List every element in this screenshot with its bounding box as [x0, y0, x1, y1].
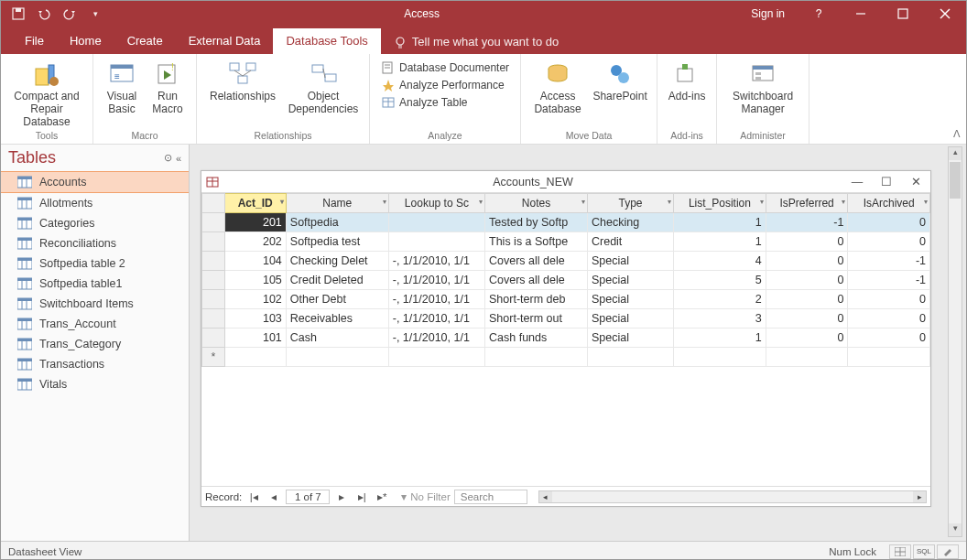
nav-item-reconciliations[interactable]: Reconciliations [1, 233, 189, 253]
svg-rect-3 [898, 9, 907, 18]
nav-item-vitals[interactable]: Vitals [1, 374, 189, 394]
tab-file[interactable]: File [12, 28, 57, 54]
nav-header[interactable]: Tables [8, 148, 56, 167]
nav-dropdown-icon[interactable]: ⊙ [164, 152, 172, 164]
redo-icon[interactable] [60, 4, 80, 24]
svg-rect-37 [682, 64, 688, 70]
collapse-ribbon-icon[interactable]: ᐱ [953, 128, 961, 140]
tab-database-tools[interactable]: Database Tools [273, 28, 380, 54]
sql-view-icon[interactable]: SQL [913, 544, 935, 559]
svg-line-21 [234, 70, 243, 76]
database-documenter-button[interactable]: Database Documenter [377, 59, 513, 76]
visual-basic-button[interactable]: ≡ Visual Basic [101, 58, 143, 116]
column-notes[interactable]: Notes▾ [485, 194, 588, 213]
subwin-close-icon[interactable]: ✕ [901, 175, 930, 188]
help-icon[interactable]: ? [798, 1, 840, 27]
svg-rect-39 [753, 66, 773, 70]
minimize-icon[interactable] [840, 1, 882, 27]
nav-prev-icon[interactable]: ◂ [266, 490, 282, 503]
nav-item-switchboard-items[interactable]: Switchboard Items [1, 294, 189, 314]
table-row[interactable]: 104Checking Delet-, 1/1/2010, 1/1Covers … [202, 252, 930, 271]
analyze-table-button[interactable]: Analyze Table [377, 94, 513, 111]
tab-external-data[interactable]: External Data [176, 28, 274, 54]
table-row[interactable]: 201SoftpediaTested by SoftpChecking1-10 [202, 213, 930, 232]
run-macro-button[interactable]: ! Run Macro [147, 58, 189, 116]
analyze-performance-button[interactable]: Analyze Performance [377, 77, 513, 93]
column-name[interactable]: Name▾ [286, 194, 388, 213]
record-position[interactable]: 1 of 7 [286, 490, 330, 504]
data-grid[interactable]: Act_ID▾Name▾Lookup to Sc▾Notes▾Type▾List… [201, 193, 930, 367]
close-icon[interactable] [924, 1, 966, 27]
compact-repair-button[interactable]: Compact and Repair Database [8, 58, 85, 128]
table-row[interactable]: 103Receivables-, 1/1/2010, 1/1Short-term… [202, 309, 930, 328]
nav-item-accounts[interactable]: Accounts [1, 171, 189, 193]
tell-me-label: Tell me what you want to do [412, 35, 559, 48]
column-ispreferred[interactable]: IsPreferred▾ [766, 194, 848, 213]
vertical-scrollbar[interactable]: ▴▾ [948, 146, 962, 537]
svg-text:≡: ≡ [114, 71, 120, 81]
nav-item-trans-category[interactable]: Trans_Category [1, 334, 189, 354]
maximize-icon[interactable] [882, 1, 924, 27]
svg-rect-79 [17, 359, 32, 361]
object-dependencies-icon [309, 59, 338, 89]
nav-collapse-icon[interactable]: « [176, 153, 181, 164]
column-list-position[interactable]: List_Position▾ [674, 194, 766, 213]
tab-create[interactable]: Create [114, 28, 176, 54]
table-row[interactable]: 202Softpedia testThis is a SoftpeCredit1… [202, 232, 930, 252]
column-type[interactable]: Type▾ [587, 194, 673, 213]
sign-in-link[interactable]: Sign in [738, 7, 798, 20]
search-input[interactable]: Search [454, 490, 527, 504]
nav-item-softpedia-table-2[interactable]: Softpedia table 2 [1, 253, 189, 274]
performance-icon [381, 78, 396, 92]
new-record-row[interactable] [202, 348, 930, 367]
subwin-maximize-icon[interactable]: ☐ [872, 175, 901, 188]
svg-rect-13 [111, 65, 133, 69]
table-row[interactable]: 101Cash-, 1/1/2010, 1/1Cash fundsSpecial… [202, 328, 930, 348]
horizontal-scrollbar[interactable]: ◂▸ [538, 490, 927, 503]
nav-item-trans-account[interactable]: Trans_Account [1, 314, 189, 334]
access-database-button[interactable]: Access Database [528, 58, 587, 116]
subwin-minimize-icon[interactable]: — [842, 176, 872, 188]
svg-rect-43 [17, 177, 32, 179]
design-view-icon[interactable] [937, 544, 959, 559]
save-icon[interactable] [8, 4, 28, 24]
svg-rect-23 [312, 65, 323, 72]
nav-item-allotments[interactable]: Allotments [1, 193, 189, 213]
svg-rect-83 [17, 379, 32, 382]
qat-customize-icon[interactable]: ▾ [85, 4, 105, 24]
filter-icon[interactable]: ▾ [401, 490, 407, 503]
svg-rect-51 [17, 218, 32, 221]
svg-rect-55 [17, 238, 32, 241]
svg-line-25 [323, 69, 325, 78]
nav-first-icon[interactable]: |◂ [245, 490, 262, 503]
svg-point-6 [397, 38, 404, 45]
nav-last-icon[interactable]: ▸| [353, 490, 370, 503]
nav-item-categories[interactable]: Categories [1, 213, 189, 233]
object-dependencies-button[interactable]: Object Dependencies [285, 58, 362, 116]
switchboard-manager-button[interactable]: Switchboard Manager [724, 58, 801, 116]
ribbon: Compact and Repair Database Tools ≡ Visu… [1, 54, 966, 145]
relationships-button[interactable]: Relationships [204, 58, 281, 103]
table-row[interactable]: 102Other Debt-, 1/1/2010, 1/1Short-term … [202, 290, 930, 309]
nav-item-softpedia-table1[interactable]: Softpedia table1 [1, 274, 189, 294]
nav-item-transactions[interactable]: Transactions [1, 354, 189, 374]
nav-next-icon[interactable]: ▸ [333, 490, 350, 503]
tab-home[interactable]: Home [57, 28, 114, 54]
table-icon [17, 378, 32, 391]
svg-rect-63 [17, 278, 32, 281]
datasheet-view-icon[interactable] [889, 544, 911, 559]
table-row[interactable]: 105Credit Deleted-, 1/1/2010, 1/1Covers … [202, 271, 930, 290]
switchboard-icon [748, 59, 777, 89]
addins-button[interactable]: Add-ins [665, 58, 709, 103]
access-db-icon [543, 59, 572, 89]
column-isarchived[interactable]: IsArchived▾ [848, 194, 930, 213]
sharepoint-button[interactable]: SharePoint [591, 58, 649, 103]
view-mode-label: Datasheet View [8, 546, 81, 557]
svg-rect-75 [17, 339, 32, 341]
tell-me[interactable]: Tell me what you want to do [381, 29, 571, 54]
nav-new-icon[interactable]: ▸* [374, 490, 390, 503]
undo-icon[interactable] [34, 4, 54, 24]
table-icon [17, 257, 32, 270]
column-lookup-to-sc[interactable]: Lookup to Sc▾ [388, 194, 484, 213]
column-act-id[interactable]: Act_ID▾ [224, 194, 286, 213]
